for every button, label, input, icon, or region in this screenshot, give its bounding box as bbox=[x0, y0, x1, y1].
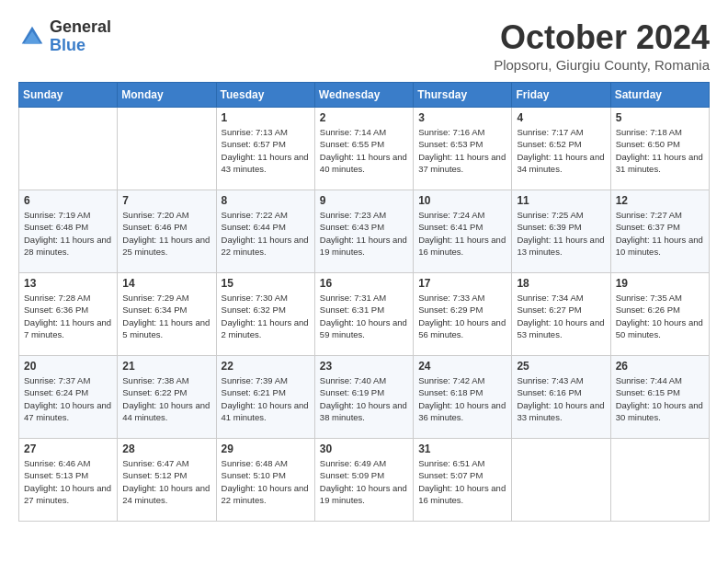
day-info: Sunrise: 7:14 AM Sunset: 6:55 PM Dayligh… bbox=[320, 126, 408, 175]
calendar-cell: 7Sunrise: 7:20 AM Sunset: 6:46 PM Daylig… bbox=[118, 190, 216, 273]
day-info: Sunrise: 7:20 AM Sunset: 6:46 PM Dayligh… bbox=[122, 209, 210, 258]
day-info: Sunrise: 7:43 AM Sunset: 6:16 PM Dayligh… bbox=[517, 374, 605, 423]
day-number: 22 bbox=[222, 360, 310, 373]
day-number: 24 bbox=[418, 360, 506, 373]
day-number: 15 bbox=[222, 277, 310, 290]
calendar-cell: 23Sunrise: 7:40 AM Sunset: 6:19 PM Dayli… bbox=[314, 356, 413, 439]
logo-icon bbox=[18, 23, 46, 51]
calendar-cell: 4Sunrise: 7:17 AM Sunset: 6:52 PM Daylig… bbox=[512, 108, 610, 190]
day-info: Sunrise: 7:27 AM Sunset: 6:37 PM Dayligh… bbox=[616, 209, 704, 258]
day-info: Sunrise: 7:16 AM Sunset: 6:53 PM Dayligh… bbox=[418, 126, 506, 175]
logo-general: General bbox=[50, 18, 111, 37]
day-info: Sunrise: 7:38 AM Sunset: 6:22 PM Dayligh… bbox=[122, 374, 210, 423]
calendar-cell: 26Sunrise: 7:44 AM Sunset: 6:15 PM Dayli… bbox=[610, 356, 709, 439]
calendar-cell bbox=[118, 108, 216, 190]
calendar-cell: 25Sunrise: 7:43 AM Sunset: 6:16 PM Dayli… bbox=[512, 356, 610, 439]
calendar-cell: 6Sunrise: 7:19 AM Sunset: 6:48 PM Daylig… bbox=[19, 190, 118, 273]
day-info: Sunrise: 6:46 AM Sunset: 5:13 PM Dayligh… bbox=[24, 457, 112, 506]
day-number: 1 bbox=[222, 111, 310, 124]
week-row-1: 1Sunrise: 7:13 AM Sunset: 6:57 PM Daylig… bbox=[19, 108, 710, 190]
day-number: 3 bbox=[418, 111, 506, 124]
calendar-cell bbox=[610, 439, 709, 522]
day-info: Sunrise: 7:22 AM Sunset: 6:44 PM Dayligh… bbox=[222, 209, 310, 258]
calendar-cell bbox=[512, 439, 610, 522]
day-number: 10 bbox=[418, 194, 506, 207]
day-info: Sunrise: 7:25 AM Sunset: 6:39 PM Dayligh… bbox=[517, 209, 605, 258]
week-row-2: 6Sunrise: 7:19 AM Sunset: 6:48 PM Daylig… bbox=[19, 190, 710, 273]
header-day-sunday: Sunday bbox=[19, 83, 118, 108]
calendar-cell: 27Sunrise: 6:46 AM Sunset: 5:13 PM Dayli… bbox=[19, 439, 118, 522]
day-info: Sunrise: 7:28 AM Sunset: 6:36 PM Dayligh… bbox=[24, 292, 112, 340]
week-row-3: 13Sunrise: 7:28 AM Sunset: 6:36 PM Dayli… bbox=[19, 273, 710, 356]
day-info: Sunrise: 6:51 AM Sunset: 5:07 PM Dayligh… bbox=[418, 457, 506, 506]
header-day-monday: Monday bbox=[118, 83, 216, 108]
day-info: Sunrise: 7:13 AM Sunset: 6:57 PM Dayligh… bbox=[222, 126, 310, 175]
day-info: Sunrise: 7:37 AM Sunset: 6:24 PM Dayligh… bbox=[24, 374, 112, 423]
day-info: Sunrise: 7:23 AM Sunset: 6:43 PM Dayligh… bbox=[320, 209, 408, 258]
calendar-table: SundayMondayTuesdayWednesdayThursdayFrid… bbox=[18, 82, 710, 522]
logo: General Blue bbox=[18, 18, 111, 55]
calendar-cell: 30Sunrise: 6:49 AM Sunset: 5:09 PM Dayli… bbox=[314, 439, 413, 522]
day-info: Sunrise: 7:40 AM Sunset: 6:19 PM Dayligh… bbox=[320, 374, 408, 423]
header-day-wednesday: Wednesday bbox=[314, 83, 413, 108]
calendar-cell bbox=[19, 108, 118, 190]
calendar-header: SundayMondayTuesdayWednesdayThursdayFrid… bbox=[19, 83, 710, 108]
day-number: 23 bbox=[320, 360, 408, 373]
calendar-cell: 14Sunrise: 7:29 AM Sunset: 6:34 PM Dayli… bbox=[118, 273, 216, 356]
calendar-cell: 5Sunrise: 7:18 AM Sunset: 6:50 PM Daylig… bbox=[610, 108, 709, 190]
day-number: 26 bbox=[616, 360, 704, 373]
day-number: 20 bbox=[24, 360, 112, 373]
calendar-cell: 9Sunrise: 7:23 AM Sunset: 6:43 PM Daylig… bbox=[314, 190, 413, 273]
week-row-5: 27Sunrise: 6:46 AM Sunset: 5:13 PM Dayli… bbox=[19, 439, 710, 522]
day-number: 7 bbox=[122, 194, 210, 207]
calendar-cell: 22Sunrise: 7:39 AM Sunset: 6:21 PM Dayli… bbox=[216, 356, 314, 439]
calendar-cell: 13Sunrise: 7:28 AM Sunset: 6:36 PM Dayli… bbox=[19, 273, 118, 356]
logo-blue: Blue bbox=[50, 37, 111, 55]
day-info: Sunrise: 6:47 AM Sunset: 5:12 PM Dayligh… bbox=[122, 457, 210, 506]
calendar-cell: 2Sunrise: 7:14 AM Sunset: 6:55 PM Daylig… bbox=[314, 108, 413, 190]
day-number: 27 bbox=[24, 442, 112, 455]
day-number: 18 bbox=[517, 277, 605, 290]
day-number: 12 bbox=[616, 194, 704, 207]
day-number: 13 bbox=[24, 277, 112, 290]
day-number: 9 bbox=[320, 194, 408, 207]
day-info: Sunrise: 7:35 AM Sunset: 6:26 PM Dayligh… bbox=[616, 292, 704, 340]
calendar-cell: 17Sunrise: 7:33 AM Sunset: 6:29 PM Dayli… bbox=[414, 273, 512, 356]
day-info: Sunrise: 7:33 AM Sunset: 6:29 PM Dayligh… bbox=[418, 292, 506, 340]
day-number: 14 bbox=[122, 277, 210, 290]
day-number: 8 bbox=[222, 194, 310, 207]
calendar-cell: 16Sunrise: 7:31 AM Sunset: 6:31 PM Dayli… bbox=[314, 273, 413, 356]
calendar-cell: 12Sunrise: 7:27 AM Sunset: 6:37 PM Dayli… bbox=[610, 190, 709, 273]
day-number: 17 bbox=[418, 277, 506, 290]
calendar-body: 1Sunrise: 7:13 AM Sunset: 6:57 PM Daylig… bbox=[19, 108, 710, 522]
day-number: 19 bbox=[616, 277, 704, 290]
day-info: Sunrise: 7:29 AM Sunset: 6:34 PM Dayligh… bbox=[122, 292, 210, 340]
header-day-tuesday: Tuesday bbox=[216, 83, 314, 108]
day-info: Sunrise: 7:34 AM Sunset: 6:27 PM Dayligh… bbox=[517, 292, 605, 340]
calendar-cell: 10Sunrise: 7:24 AM Sunset: 6:41 PM Dayli… bbox=[414, 190, 512, 273]
logo-text: General Blue bbox=[50, 18, 111, 55]
day-info: Sunrise: 6:49 AM Sunset: 5:09 PM Dayligh… bbox=[320, 457, 408, 506]
calendar-cell: 15Sunrise: 7:30 AM Sunset: 6:32 PM Dayli… bbox=[216, 273, 314, 356]
day-number: 31 bbox=[418, 442, 506, 455]
header-day-friday: Friday bbox=[512, 83, 610, 108]
day-number: 6 bbox=[24, 194, 112, 207]
location-subtitle: Plopsoru, Giurgiu County, Romania bbox=[494, 57, 710, 73]
calendar-cell: 1Sunrise: 7:13 AM Sunset: 6:57 PM Daylig… bbox=[216, 108, 314, 190]
calendar-cell: 24Sunrise: 7:42 AM Sunset: 6:18 PM Dayli… bbox=[414, 356, 512, 439]
day-number: 25 bbox=[517, 360, 605, 373]
calendar-cell: 11Sunrise: 7:25 AM Sunset: 6:39 PM Dayli… bbox=[512, 190, 610, 273]
day-info: Sunrise: 7:19 AM Sunset: 6:48 PM Dayligh… bbox=[24, 209, 112, 258]
day-number: 29 bbox=[222, 442, 310, 455]
calendar-cell: 8Sunrise: 7:22 AM Sunset: 6:44 PM Daylig… bbox=[216, 190, 314, 273]
calendar-cell: 21Sunrise: 7:38 AM Sunset: 6:22 PM Dayli… bbox=[118, 356, 216, 439]
title-block: October 2024 Plopsoru, Giurgiu County, R… bbox=[494, 18, 710, 73]
day-number: 11 bbox=[517, 194, 605, 207]
day-number: 16 bbox=[320, 277, 408, 290]
day-info: Sunrise: 7:31 AM Sunset: 6:31 PM Dayligh… bbox=[320, 292, 408, 340]
day-number: 21 bbox=[122, 360, 210, 373]
calendar-cell: 28Sunrise: 6:47 AM Sunset: 5:12 PM Dayli… bbox=[118, 439, 216, 522]
day-info: Sunrise: 7:30 AM Sunset: 6:32 PM Dayligh… bbox=[222, 292, 310, 340]
calendar-cell: 19Sunrise: 7:35 AM Sunset: 6:26 PM Dayli… bbox=[610, 273, 709, 356]
calendar-cell: 20Sunrise: 7:37 AM Sunset: 6:24 PM Dayli… bbox=[19, 356, 118, 439]
